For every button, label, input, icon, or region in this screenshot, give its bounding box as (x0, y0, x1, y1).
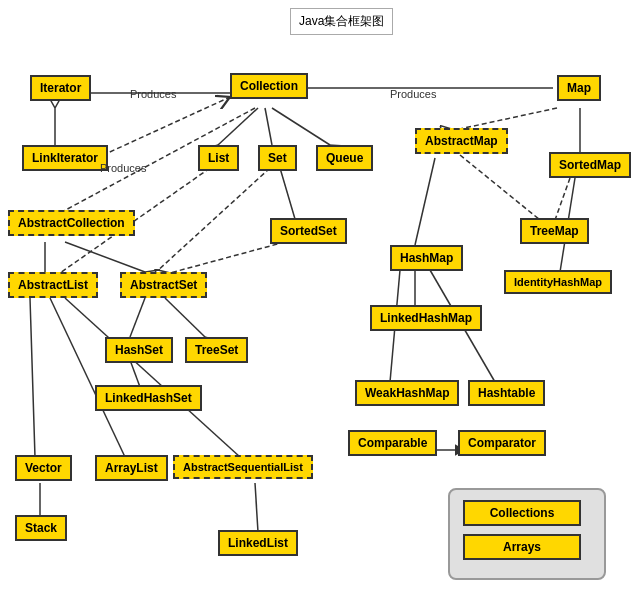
svg-line-19 (460, 155, 540, 220)
node-AbstractSequentialList: AbstractSequentialList (173, 455, 313, 479)
label-produces-3: Produces (100, 162, 146, 174)
svg-line-17 (130, 360, 140, 387)
svg-line-20 (555, 178, 570, 220)
node-AbstractCollection: AbstractCollection (8, 210, 135, 236)
node-Comparable: Comparable (348, 430, 437, 456)
svg-line-4 (272, 108, 330, 145)
node-Iterator: Iterator (30, 75, 91, 101)
node-HashSet: HashSet (105, 337, 173, 363)
svg-line-2 (218, 108, 258, 145)
svg-line-26 (50, 298, 125, 457)
node-Vector: Vector (15, 455, 72, 481)
node-Hashtable: Hashtable (468, 380, 545, 406)
svg-line-16 (165, 298, 205, 337)
node-Set: Set (258, 145, 297, 171)
node-WeakHashMap: WeakHashMap (355, 380, 459, 406)
svg-line-10 (65, 242, 145, 272)
label-produces-1: Produces (130, 88, 176, 100)
node-Collections: Collections (463, 500, 581, 526)
node-SortedSet: SortedSet (270, 218, 347, 244)
svg-line-14 (170, 242, 285, 273)
svg-line-13 (280, 168, 295, 219)
svg-line-27 (65, 298, 240, 457)
node-AbstractMap: AbstractMap (415, 128, 508, 154)
node-Comparator: Comparator (458, 430, 546, 456)
label-produces-2: Produces (390, 88, 436, 100)
legend-box: Collections Arrays (448, 488, 606, 580)
node-List: List (198, 145, 239, 171)
svg-line-3 (265, 108, 272, 145)
diagram: Java集合框架图 Iterator Collection Map Produc… (0, 0, 643, 611)
node-Queue: Queue (316, 145, 373, 171)
node-LinkIterator: LinkIterator (22, 145, 108, 171)
node-Stack: Stack (15, 515, 67, 541)
node-HashMap: HashMap (390, 245, 463, 271)
node-IdentityHashMap: IdentityHashMap (504, 270, 612, 294)
node-ArrayList: ArrayList (95, 455, 168, 481)
node-LinkedHashSet: LinkedHashSet (95, 385, 202, 411)
svg-line-29 (255, 483, 258, 532)
svg-line-5 (455, 108, 557, 130)
node-Map: Map (557, 75, 601, 101)
node-TreeSet: TreeSet (185, 337, 248, 363)
node-Collection: Collection (230, 73, 308, 99)
title-node: Java集合框架图 (290, 8, 393, 35)
svg-line-25 (30, 298, 35, 457)
node-SortedMap: SortedMap (549, 152, 631, 178)
title-text: Java集合框架图 (299, 14, 384, 28)
node-AbstractList: AbstractList (8, 272, 98, 298)
node-AbstractSet: AbstractSet (120, 272, 207, 298)
node-Arrays: Arrays (463, 534, 581, 560)
node-LinkedList: LinkedList (218, 530, 298, 556)
svg-line-18 (415, 158, 435, 245)
node-TreeMap: TreeMap (520, 218, 589, 244)
svg-line-15 (130, 298, 145, 337)
node-LinkedHashMap: LinkedHashMap (370, 305, 482, 331)
svg-line-12 (155, 168, 270, 273)
